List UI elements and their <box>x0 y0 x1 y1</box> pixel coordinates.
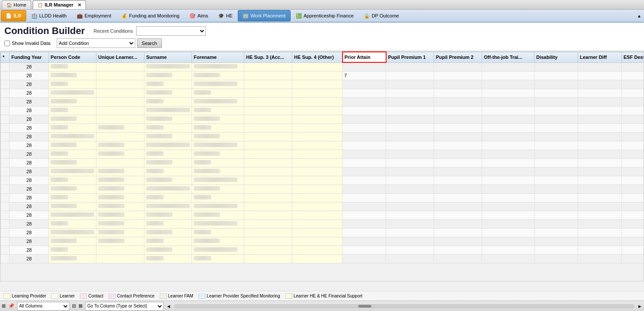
col-header-prior-attain[interactable]: Prior Attain <box>343 52 386 62</box>
cell-off-the-job <box>482 97 534 106</box>
table-row[interactable]: 28 <box>1 115 644 123</box>
col-header-he-sup3[interactable]: HE Sup. 3 (Acc... <box>244 52 292 62</box>
grid-body: 2828728282828282828282828282828282828282… <box>1 62 644 263</box>
cell-he-sup3 <box>244 176 292 185</box>
col-header-person-code[interactable]: Person Code <box>49 52 96 62</box>
table-row[interactable]: 28 <box>1 80 644 89</box>
table-row[interactable]: 28 <box>1 97 644 106</box>
nav-he[interactable]: 🎓 HE <box>213 10 237 21</box>
col-header-star[interactable]: * <box>1 52 10 62</box>
table-row[interactable]: 28 <box>1 254 644 263</box>
table-row[interactable]: 28 <box>1 228 644 237</box>
cell-surname <box>144 219 192 228</box>
col-header-pupil-premium2[interactable]: Pupil Premium 2 <box>434 52 482 62</box>
cell-pupil-premium1 <box>386 80 434 89</box>
table-row[interactable]: 28 <box>1 211 644 219</box>
cell-forename <box>192 237 244 246</box>
table-row[interactable]: 28 <box>1 132 644 141</box>
col-header-unique-learner[interactable]: Unique Learner... <box>96 52 144 62</box>
table-row[interactable]: 28 <box>1 185 644 193</box>
cell-esf-destination <box>622 132 644 141</box>
cell-he-sup3 <box>244 141 292 150</box>
col-header-he-sup4[interactable]: HE Sup. 4 (Other) <box>292 52 343 62</box>
table-row[interactable]: 28 <box>1 89 644 97</box>
cell-esf-destination <box>622 228 644 237</box>
cell-pupil-premium2 <box>434 71 482 80</box>
cell-surname <box>144 158 192 167</box>
cell-esf-destination <box>622 202 644 211</box>
show-invalid-label[interactable]: Show Invalid Data <box>4 41 51 46</box>
nav-dp-outcome[interactable]: 🔒 DP Outcome <box>359 10 404 21</box>
collapse-ribbon-icon[interactable]: ▲ <box>637 14 641 18</box>
cell-surname <box>144 246 192 254</box>
cell-star <box>1 211 10 219</box>
col-header-surname[interactable]: Surname <box>144 52 192 62</box>
tab-home[interactable]: 🏠 Home <box>2 0 31 9</box>
cell-surname <box>144 167 192 176</box>
col-header-funding-year[interactable]: Funding Year <box>10 52 49 62</box>
table-row[interactable]: 28 <box>1 176 644 185</box>
col-header-forename[interactable]: Forename <box>192 52 244 62</box>
cell-disability <box>534 202 578 211</box>
show-invalid-checkbox[interactable] <box>4 41 10 46</box>
cell-he-sup3 <box>244 185 292 193</box>
table-row[interactable]: 28 <box>1 158 644 167</box>
table-row[interactable]: 28 <box>1 237 644 246</box>
nav-apprenticeship-finance[interactable]: 💹 Apprenticeship Finance <box>291 10 359 21</box>
table-row[interactable]: 28 <box>1 167 644 176</box>
cell-funding-year: 28 <box>10 211 49 219</box>
cell-funding-year: 28 <box>10 62 49 71</box>
cell-off-the-job <box>482 202 534 211</box>
cell-disability <box>534 115 578 123</box>
cell-he-sup3 <box>244 150 292 158</box>
col-header-disability[interactable]: Disability <box>534 52 578 62</box>
title-bar: 🏠 Home 📋 ILR Manager ✕ <box>0 0 644 10</box>
cell-person-code <box>49 123 96 132</box>
table-row[interactable]: 28 <box>1 106 644 115</box>
nav-employment[interactable]: 💼 Employment <box>72 10 116 21</box>
col-header-pupil-premium1[interactable]: Pupil Premium 1 <box>386 52 434 62</box>
table-row[interactable]: 28 <box>1 219 644 228</box>
tab-ilr-manager[interactable]: 📋 ILR Manager ✕ <box>33 0 86 9</box>
data-grid[interactable]: * Funding Year Person Code Unique Learne… <box>0 51 644 281</box>
cell-star <box>1 176 10 185</box>
nav-aims[interactable]: 🎯 Aims <box>185 10 212 21</box>
nav-funding-monitoring[interactable]: 💰 Funding and Monitoring <box>116 10 185 21</box>
table-row[interactable]: 28 <box>1 62 644 71</box>
cell-he-sup4 <box>292 141 343 150</box>
col-header-learner-diff[interactable]: Learner Diff <box>578 52 622 62</box>
col-header-off-the-job[interactable]: Off-the-job Trai... <box>482 52 534 62</box>
table-row[interactable]: 28 <box>1 123 644 132</box>
cell-forename <box>192 132 244 141</box>
cell-esf-destination <box>622 150 644 158</box>
cell-pupil-premium2 <box>434 228 482 237</box>
cell-learner-diff <box>578 246 622 254</box>
cell-funding-year: 28 <box>10 150 49 158</box>
cell-person-code <box>49 132 96 141</box>
close-tab-icon[interactable]: ✕ <box>78 3 81 7</box>
cell-person-code <box>49 202 96 211</box>
table-row[interactable]: 28 <box>1 141 644 150</box>
cell-surname <box>144 80 192 89</box>
recent-conditions-select[interactable] <box>136 26 206 36</box>
cell-surname <box>144 62 192 71</box>
cell-he-sup4 <box>292 71 343 80</box>
cell-he-sup4 <box>292 89 343 97</box>
cell-pupil-premium1 <box>386 237 434 246</box>
add-condition-select[interactable]: Add Condition <box>57 38 135 48</box>
nav-lldd-health[interactable]: 🏥 LLDD Health <box>27 10 72 21</box>
table-row[interactable]: 28 <box>1 202 644 211</box>
table-row[interactable]: 287 <box>1 71 644 80</box>
cell-disability <box>534 89 578 97</box>
table-row[interactable]: 28 <box>1 150 644 158</box>
cell-he-sup4 <box>292 123 343 132</box>
table-row[interactable]: 28 <box>1 246 644 254</box>
nav-ilr[interactable]: 📄 ILR <box>1 10 26 21</box>
nav-work-placement[interactable]: 🏢 Work Placement <box>238 10 291 21</box>
cell-prior-attain <box>343 150 386 158</box>
cell-off-the-job <box>482 62 534 71</box>
table-row[interactable]: 28 <box>1 193 644 202</box>
cell-he-sup3 <box>244 123 292 132</box>
col-header-esf-destination[interactable]: ESF Destination <box>622 52 644 62</box>
search-button[interactable]: Search <box>137 38 162 48</box>
